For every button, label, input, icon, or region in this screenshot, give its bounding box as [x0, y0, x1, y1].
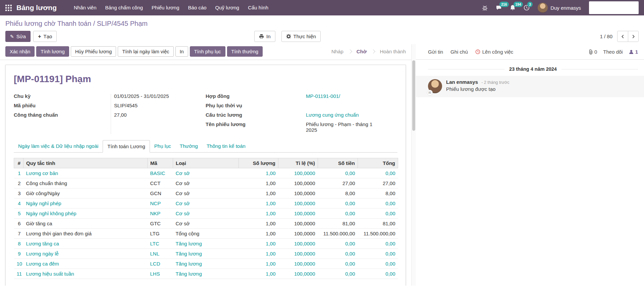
rule-amount[interactable]: 0,00 — [318, 198, 358, 209]
rule-rate[interactable]: 100,0000 — [278, 188, 318, 198]
rule-quantity[interactable]: 1,00 — [239, 269, 278, 279]
rule-category[interactable]: Tăng lương — [173, 259, 239, 269]
rule-total[interactable]: 0,00 — [358, 259, 398, 269]
rule-amount[interactable]: 0,00 — [318, 168, 358, 178]
rule-code[interactable]: NKP — [148, 209, 173, 219]
table-row[interactable]: 11 Lương hiệu suất tuần LHS Tăng lương 1… — [14, 269, 398, 279]
messages-icon[interactable]: 216 — [496, 5, 502, 11]
print-button[interactable]: In — [254, 31, 275, 42]
rule-total[interactable]: 27,00 — [358, 178, 398, 188]
rule-code[interactable]: NCP — [148, 198, 173, 209]
table-row[interactable]: 7 Lương thời gian theo đơn giá LTG Tổng … — [14, 229, 398, 239]
tab-bonus[interactable]: Thưởng — [175, 140, 202, 152]
rule-rate[interactable]: 100,0000 — [278, 219, 318, 229]
table-header-number[interactable]: # — [14, 158, 23, 168]
rule-name[interactable]: Công chuẩn tháng — [23, 178, 148, 188]
compute-salary-button[interactable]: Tính lương — [36, 46, 69, 57]
status-step-done[interactable]: Hoàn thành — [380, 49, 406, 54]
rule-total[interactable]: 81,00 — [358, 219, 398, 229]
compute-bonus-button[interactable]: Tính thưởng — [227, 46, 263, 57]
menu-item-nhan-vien[interactable]: Nhân viên — [69, 0, 101, 15]
rule-total[interactable]: 0,00 — [358, 239, 398, 249]
rule-name[interactable]: Ngày nghỉ phép — [23, 198, 148, 209]
rule-rate[interactable]: 100,0000 — [278, 178, 318, 188]
rule-amount[interactable]: 0,00 — [318, 239, 358, 249]
table-row[interactable]: 2 Công chuẩn tháng CCT Cơ sở 1,00 100,00… — [14, 178, 398, 188]
rule-number[interactable]: 8 — [14, 239, 23, 249]
table-row[interactable]: 1 Lương cơ bản BASIC Cơ sở 1,00 100,0000… — [14, 168, 398, 178]
edit-button[interactable]: ✎ Sửa — [5, 31, 31, 42]
rule-amount[interactable]: 0,00 — [318, 269, 358, 279]
field-cau-truc-luong-value[interactable]: Lương cung ứng chuẩn — [306, 112, 359, 118]
table-row[interactable]: 6 Giờ tăng ca GTC Cơ sở 1,00 100,0000 81… — [14, 219, 398, 229]
rule-rate[interactable]: 100,0000 — [278, 209, 318, 219]
rule-category[interactable]: Cơ sở — [173, 188, 239, 198]
rule-name[interactable]: Lương hiệu suất tuần — [23, 269, 148, 279]
content-scrollbar[interactable] — [411, 44, 416, 286]
rule-name[interactable]: Lương thời gian theo đơn giá — [23, 229, 148, 239]
rule-number[interactable]: 4 — [14, 198, 23, 209]
rule-quantity[interactable]: 1,00 — [239, 219, 278, 229]
rule-number[interactable]: 2 — [14, 178, 23, 188]
rule-amount[interactable]: 11.500.000,00 — [318, 229, 358, 239]
table-row[interactable]: 4 Ngày nghỉ phép NCP Cơ sở 1,00 100,0000… — [14, 198, 398, 209]
rule-number[interactable]: 6 — [14, 219, 23, 229]
rule-quantity[interactable]: 1,00 — [239, 188, 278, 198]
breadcrumb-parent-link[interactable]: Phiếu lương chờ Thanh toán — [5, 20, 91, 27]
rule-name[interactable]: Giờ tăng ca — [23, 219, 148, 229]
status-step-draft[interactable]: Nháp — [331, 49, 343, 54]
cancel-payslip-button[interactable]: Hủy Phiếu lương — [71, 46, 116, 57]
rule-quantity[interactable]: 1,00 — [239, 209, 278, 219]
rule-number[interactable]: 10 — [14, 259, 23, 269]
rule-amount[interactable]: 0,00 — [318, 209, 358, 219]
rule-total[interactable]: 0,00 — [358, 249, 398, 259]
print-slip-button[interactable]: In — [175, 46, 188, 57]
rule-rate[interactable]: 100,0000 — [278, 229, 318, 239]
activities-icon[interactable]: 3 — [524, 5, 530, 11]
tab-worked-days[interactable]: Ngày làm việc & Dữ liệu nhập ngoài — [14, 140, 103, 152]
rule-total[interactable]: 0,00 — [358, 198, 398, 209]
log-note-button[interactable]: Ghi chú — [450, 49, 468, 55]
bug-icon[interactable] — [482, 5, 488, 11]
rule-quantity[interactable]: 1,00 — [239, 259, 278, 269]
menu-item-cau-hinh[interactable]: Cấu hình — [244, 0, 273, 15]
rule-quantity[interactable]: 1,00 — [239, 178, 278, 188]
rule-category[interactable]: Tăng lương — [173, 239, 239, 249]
rule-rate[interactable]: 100,0000 — [278, 168, 318, 178]
rule-total[interactable]: 0,00 — [358, 168, 398, 178]
rule-category[interactable]: Cơ sở — [173, 209, 239, 219]
rule-number[interactable]: 3 — [14, 188, 23, 198]
rule-total[interactable]: 8,00 — [358, 188, 398, 198]
pager-previous-button[interactable] — [618, 31, 628, 42]
rule-rate[interactable]: 100,0000 — [278, 259, 318, 269]
rule-category[interactable]: Cơ sở — [173, 178, 239, 188]
rule-category[interactable]: Tăng lương — [173, 269, 239, 279]
rule-code[interactable]: GCN — [148, 188, 173, 198]
rule-quantity[interactable]: 1,00 — [239, 249, 278, 259]
menu-item-quy-luong[interactable]: Quỹ lương — [211, 0, 244, 15]
user-menu[interactable]: Duy enmasys — [538, 3, 581, 13]
table-header-total[interactable]: Tổng — [358, 158, 398, 168]
rule-category[interactable]: Cơ sở — [173, 198, 239, 209]
follow-button[interactable]: Theo dõi — [603, 49, 623, 55]
action-button[interactable]: Thực hiện — [281, 31, 321, 42]
menu-item-bao-cao[interactable]: Báo cáo — [184, 0, 211, 15]
rule-name[interactable]: Lương ca đêm — [23, 259, 148, 269]
rule-code[interactable]: LHS — [148, 269, 173, 279]
rule-name[interactable]: Lương tăng ca — [23, 239, 148, 249]
notifications-icon[interactable]: 194 — [510, 5, 516, 11]
rule-code[interactable]: LCD — [148, 259, 173, 269]
tab-annex[interactable]: Phụ lục — [150, 140, 175, 152]
attachment-button[interactable]: 0 — [588, 49, 597, 55]
table-header-amount[interactable]: Số tiền — [318, 158, 358, 168]
rule-amount[interactable]: 81,00 — [318, 219, 358, 229]
pager-next-button[interactable] — [628, 31, 638, 42]
rule-code[interactable]: LTG — [148, 229, 173, 239]
rule-rate[interactable]: 100,0000 — [278, 249, 318, 259]
table-header-rule[interactable]: Quy tắc tính — [23, 158, 148, 168]
table-row[interactable]: 9 Lương ngày lễ LNL Tăng lương 1,00 100,… — [14, 249, 398, 259]
rule-category[interactable]: Tổng cộng — [173, 229, 239, 239]
rule-code[interactable]: GTC — [148, 219, 173, 229]
rule-code[interactable]: CCT — [148, 178, 173, 188]
rule-rate[interactable]: 100,0000 — [278, 269, 318, 279]
